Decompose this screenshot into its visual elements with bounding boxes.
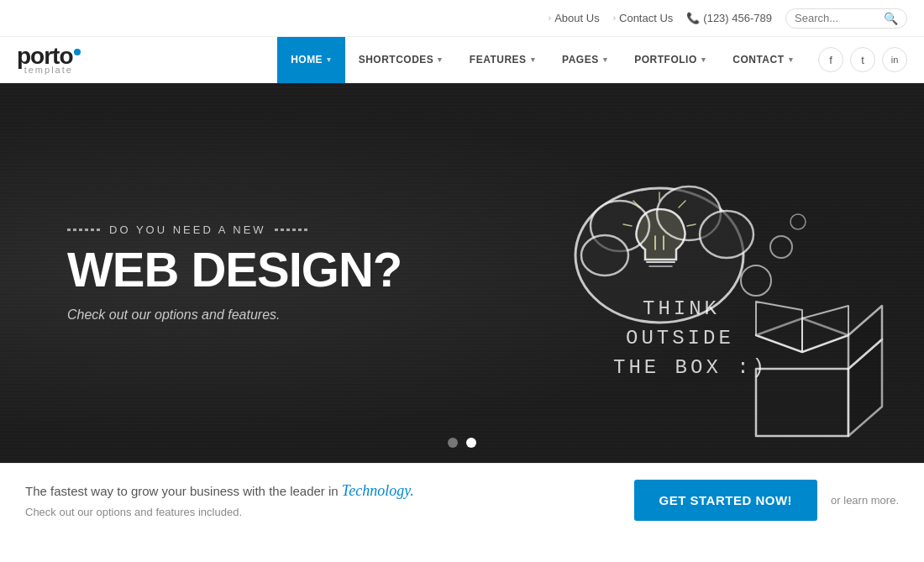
svg-marker-21 bbox=[756, 302, 802, 352]
main-header: porto template HOME ▾ SHORTCODES ▾ FEATU… bbox=[0, 37, 924, 83]
nav-item-portfolio[interactable]: PORTFOLIO ▾ bbox=[621, 37, 719, 83]
logo[interactable]: porto template bbox=[17, 45, 81, 75]
svg-text:OUTSIDE: OUTSIDE bbox=[626, 327, 734, 349]
hero-eyebrow-text: DO YOU NEED A NEW bbox=[109, 223, 266, 236]
caret-icon: ▾ bbox=[531, 55, 536, 64]
main-nav: HOME ▾ SHORTCODES ▾ FEATURES ▾ PAGES ▾ P… bbox=[277, 37, 806, 82]
nav-item-features[interactable]: FEATURES ▾ bbox=[456, 37, 549, 83]
search-icon: 🔍 bbox=[884, 12, 898, 25]
cta-text: The fastest way to grow your business wi… bbox=[25, 480, 634, 521]
svg-text:THE BOX :): THE BOX :) bbox=[613, 356, 768, 379]
nav-portfolio-label: PORTFOLIO bbox=[634, 54, 697, 66]
svg-point-16 bbox=[790, 214, 806, 229]
hero-content: DO YOU NEED A NEW WEB DESIGN? Check out … bbox=[67, 223, 402, 323]
nav-pages-label: PAGES bbox=[562, 54, 599, 66]
learn-more-text: or learn more. bbox=[831, 494, 899, 507]
facebook-icon[interactable]: f bbox=[818, 47, 843, 72]
nav-item-contact[interactable]: CONTACT ▾ bbox=[719, 37, 806, 83]
caret-icon: ▾ bbox=[789, 55, 794, 64]
logo-dot-icon bbox=[74, 49, 81, 55]
phone-icon: 📞 bbox=[686, 12, 700, 24]
hero-subtitle: Check out our options and features. bbox=[67, 307, 402, 323]
hero-illustration: THINK OUTSIDE THE BOX :) bbox=[496, 100, 899, 453]
top-bar: › About Us › Contact Us 📞 (123) 456-789 … bbox=[0, 0, 924, 37]
search-input[interactable] bbox=[795, 12, 879, 24]
nav-shortcodes-label: SHORTCODES bbox=[359, 54, 434, 66]
svg-point-14 bbox=[741, 265, 771, 296]
linkedin-icon[interactable]: in bbox=[882, 47, 907, 72]
cta-prefix: The fastest way to grow your business wi… bbox=[25, 484, 339, 498]
hero-title: WEB DESIGN? bbox=[67, 244, 402, 296]
search-box[interactable]: 🔍 bbox=[785, 8, 907, 29]
svg-marker-17 bbox=[756, 369, 848, 436]
nav-item-shortcodes[interactable]: SHORTCODES ▾ bbox=[345, 37, 456, 83]
caret-icon: ▾ bbox=[327, 55, 332, 64]
about-us-label: About Us bbox=[554, 12, 599, 24]
svg-marker-22 bbox=[802, 306, 848, 352]
phone-text: (123) 456-789 bbox=[703, 12, 772, 24]
cta-subtext: Check out our options and features inclu… bbox=[25, 504, 634, 521]
caret-icon: ▾ bbox=[438, 55, 443, 64]
nav-features-label: FEATURES bbox=[470, 54, 527, 66]
svg-text:THINK: THINK bbox=[643, 297, 720, 320]
chevron-icon: › bbox=[613, 13, 616, 23]
get-started-button[interactable]: Get Started Now! bbox=[634, 480, 818, 521]
caret-icon: ▾ bbox=[603, 55, 608, 64]
svg-point-4 bbox=[581, 235, 628, 276]
nav-contact-label: CONTACT bbox=[732, 54, 784, 66]
nav-item-home[interactable]: HOME ▾ bbox=[277, 37, 345, 83]
phone-number: 📞 (123) 456-789 bbox=[686, 12, 772, 24]
twitter-icon[interactable]: t bbox=[850, 47, 875, 72]
slide-dot-1[interactable] bbox=[448, 438, 458, 448]
contact-us-link[interactable]: › Contact Us bbox=[613, 12, 674, 24]
about-us-link[interactable]: › About Us bbox=[549, 12, 600, 24]
cta-bar: The fastest way to grow your business wi… bbox=[0, 463, 924, 537]
hero-eyebrow: DO YOU NEED A NEW bbox=[67, 223, 402, 236]
svg-point-3 bbox=[700, 211, 753, 258]
cta-highlight: Technology. bbox=[342, 482, 414, 499]
nav-item-pages[interactable]: PAGES ▾ bbox=[549, 37, 621, 83]
caret-icon: ▾ bbox=[701, 55, 706, 64]
svg-point-15 bbox=[770, 236, 792, 258]
slider-dots bbox=[448, 438, 476, 448]
nav-home-label: HOME bbox=[291, 54, 323, 66]
chevron-icon: › bbox=[549, 13, 551, 23]
hero-section: DO YOU NEED A NEW WEB DESIGN? Check out … bbox=[0, 83, 924, 463]
contact-us-label: Contact Us bbox=[619, 12, 673, 24]
social-icons: f t in bbox=[818, 47, 907, 72]
slide-dot-2[interactable] bbox=[466, 438, 476, 448]
